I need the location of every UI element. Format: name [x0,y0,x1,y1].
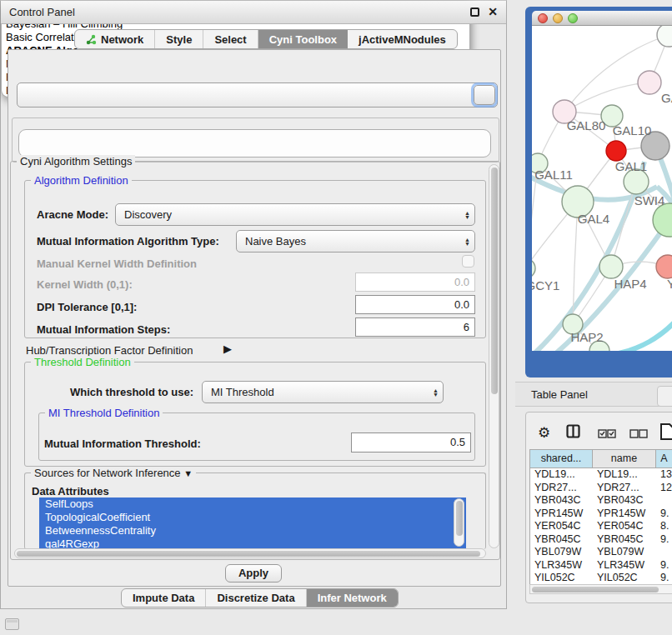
threshold-definition-title: Threshold Definition [31,356,134,368]
mi-type-label: Mutual Information Algorithm Type: [37,235,219,248]
list-item[interactable]: gal4RGexp [39,538,466,549]
table-row[interactable]: YBR045C YBR045C 9. [530,533,672,547]
expand-arrow-icon[interactable]: ▶ [223,342,232,355]
network-node-label: GAL4 [578,212,609,226]
combo-arrows-icon: ▲▼ [464,211,470,219]
which-threshold-label: Which threshold to use: [70,386,193,398]
close-icon[interactable]: ✕ [488,5,498,18]
column-header-name[interactable]: name [593,450,656,468]
control-panel-titlebar: Control Panel ✕ [1,1,506,24]
network-node[interactable] [599,255,623,278]
tab-style[interactable]: Style [155,30,203,48]
mi-algorithm-type-combobox[interactable]: Naive Bayes ▲▼ [236,230,475,252]
network-node-label: GAL11 [534,168,573,182]
network-node[interactable] [532,258,535,278]
list-item[interactable]: TopologicalCoefficient [39,511,466,524]
aracne-mode-combobox[interactable]: Discovery ▲▼ [115,203,475,226]
network-node-label: SWI4 [634,193,665,208]
dpi-tolerance-field[interactable]: 0.0 [355,295,475,314]
collapse-arrow-icon[interactable]: ▼ [183,468,193,478]
mi-steps-field[interactable]: 6 [355,318,475,337]
settings-horizontal-scrollbar[interactable] [14,548,486,558]
list-scrollbar[interactable] [454,498,464,547]
tab-infer-network[interactable]: Infer Network [307,589,398,607]
tab-discretize-data[interactable]: Discretize Data [206,589,306,607]
table-row[interactable]: YIL052C YIL052C 9. [530,572,672,585]
network-canvas[interactable]: GALGAL80GAL10GAL1SWI4GAL11GAL4GCY1HAP4YH… [532,26,672,351]
deselect-all-columns-icon[interactable] [629,427,648,442]
network-node-label: GAL1 [615,159,647,173]
tab-jactivemnodules[interactable]: jActiveMNodules [348,30,457,48]
tab-impute-data[interactable]: Impute Data [122,589,206,607]
inference-algorithm-combobox[interactable] [17,82,498,108]
network-node-label: Y [667,277,672,291]
network-edge-cyan [614,312,672,351]
kernel-width-field[interactable]: 0.0 [355,272,475,292]
minimize-window-icon[interactable] [553,13,563,23]
zoom-window-icon[interactable] [568,13,578,23]
network-node[interactable] [657,26,672,47]
table-row[interactable]: YDL19... YDL19... 13 [530,468,672,482]
combo-arrows-icon: ▲▼ [433,388,439,397]
network-node[interactable] [653,203,672,237]
tab-cyni-toolbox[interactable]: Cyni Toolbox [258,30,348,48]
network-node[interactable] [606,141,626,161]
data-table-field[interactable] [18,129,491,158]
close-window-icon[interactable] [538,13,548,23]
algorithm-definition-title: Algorithm Definition [31,174,132,187]
mi-type-value: Naive Bayes [245,235,306,248]
table-row[interactable]: YBL079W YBL079W [530,546,672,559]
table-row[interactable]: YDR27... YDR27... 12 [530,482,672,495]
column-header-shared-name[interactable]: shared... [530,450,593,468]
kernel-width-label: Kernel Width (0,1): [37,278,133,291]
sources-group-title: Sources for Network Inference ▼ [31,467,196,479]
new-table-icon[interactable] [659,422,672,444]
control-panel-title: Control Panel [9,1,75,24]
tab-select[interactable]: Select [203,30,258,48]
network-node-label: GAL80 [567,118,606,132]
table-panel-body: ⚙ shared... name A YDL19... YD [515,407,672,635]
which-threshold-combobox[interactable]: MI Threshold ▲▼ [202,381,444,403]
table-header-row: shared... name A [530,450,672,468]
mi-threshold-group-title: MI Threshold Definition [45,407,163,419]
which-threshold-value: MI Threshold [211,386,274,398]
minimized-panel-icon[interactable] [5,618,19,630]
algorithm-definition-group: Algorithm Definition Aracne Mode: Discov… [24,180,486,338]
list-item[interactable]: SelfLoops [39,498,466,511]
settings-vertical-scrollbar[interactable] [489,164,499,548]
combo-arrow-button[interactable] [474,85,495,105]
table-horizontal-scrollbar[interactable] [529,584,672,594]
gear-icon[interactable]: ⚙ [538,424,550,442]
table-row[interactable]: YBR043C YBR043C [530,494,672,508]
network-node[interactable] [638,71,661,94]
data-attributes-label: Data Attributes [32,485,109,498]
combo-arrows-icon: ▲▼ [464,238,470,246]
network-node-label: HAP4 [614,277,646,291]
apply-button[interactable]: Apply [225,564,282,582]
table-row[interactable]: YPR145W YPR145W 9. [530,508,672,521]
split-columns-icon[interactable] [566,424,580,442]
table-panel-tab[interactable] [657,386,672,407]
control-panel: Control Panel ✕ Network Style Select Cyn… [0,0,507,609]
node-table[interactable]: shared... name A YDL19... YDL19... 13 YD… [529,449,672,585]
manual-kernel-label: Manual Kernel Width Definition [37,258,197,270]
tab-network[interactable]: Network [75,30,155,48]
control-panel-tabbar: Network Style Select Cyni Toolbox jActiv… [74,29,458,49]
network-node-label: GAL [661,91,672,105]
network-window-titlebar[interactable] [532,11,672,26]
float-panel-icon[interactable] [470,8,479,17]
data-attributes-list[interactable]: SelfLoopsTopologicalCoefficientBetweenne… [39,498,466,549]
network-node-label: HAP2 [570,330,603,344]
network-node[interactable] [656,255,672,278]
table-row[interactable]: YLR345W YLR345W 9. [530,559,672,572]
list-item[interactable]: BetweennessCentrality [39,524,466,538]
aracne-mode-label: Aracne Mode: [37,208,108,221]
network-node-label: GCY1 [532,278,559,292]
select-all-columns-icon[interactable] [598,427,616,442]
manual-kernel-checkbox[interactable] [462,255,474,268]
table-panel-titlebar: Table Panel [515,382,672,407]
table-row[interactable]: YER054C YER054C 8. [530,520,672,533]
table-rows: YDL19... YDL19... 13 YDR27... YDR27... 1… [530,468,672,585]
column-header-third[interactable]: A [656,450,672,468]
mi-threshold-field[interactable]: 0.5 [351,432,471,452]
